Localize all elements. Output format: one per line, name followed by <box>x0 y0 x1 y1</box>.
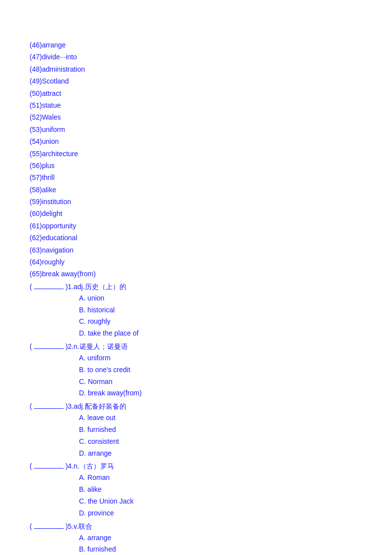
option-item[interactable]: A. leave out <box>79 412 362 424</box>
option-item[interactable]: D. take the place of <box>79 328 362 340</box>
word-item: (55)architecture <box>30 148 362 159</box>
open-paren: ( <box>30 342 32 350</box>
question-header: ()1.adj.历史（上）的 <box>30 283 362 292</box>
word-item: (50)attract <box>30 88 362 99</box>
question-header: ()2.n.诺曼人；诺曼语 <box>30 342 362 351</box>
option-item[interactable]: D. arrange <box>79 448 362 460</box>
option-item[interactable]: B. historical <box>79 304 362 316</box>
word-item: (61)opportunity <box>30 220 362 231</box>
questions-section: ()1.adj.历史（上）的A. unionB. historicalC. ro… <box>30 283 362 555</box>
open-paren: ( <box>30 283 32 291</box>
option-item[interactable]: B. alike <box>79 484 362 496</box>
option-item[interactable]: A. Roman <box>79 472 362 484</box>
answer-blank[interactable] <box>34 408 64 409</box>
question-header: ()5.v.联合 <box>30 522 362 531</box>
open-paren: ( <box>30 462 32 470</box>
word-item: (60)delight <box>30 208 362 219</box>
word-item: (47)divide···into <box>30 51 362 62</box>
question-label: )1.adj.历史（上）的 <box>66 283 126 292</box>
option-item[interactable]: C. the Union Jack <box>79 496 362 508</box>
word-item: (64)roughly <box>30 256 362 267</box>
word-item: (52)Wales <box>30 112 362 123</box>
question-4: ()4.n.（古）罗马A. RomanB. alikeC. the Union … <box>30 462 362 519</box>
question-label: )2.n.诺曼人；诺曼语 <box>66 342 128 351</box>
option-item[interactable]: A. arrange <box>79 532 362 544</box>
word-item: (51)statue <box>30 100 362 111</box>
word-item: (59)institution <box>30 196 362 207</box>
word-item: (49)Scotland <box>30 76 362 86</box>
option-item[interactable]: C. consistent <box>79 436 362 448</box>
question-3: ()3.adj.配备好装备的A. leave outB. furnishedC.… <box>30 402 362 459</box>
option-item[interactable]: B. furnished <box>79 424 362 436</box>
word-list: (46)arrange(47)divide···into(48)administ… <box>30 40 362 280</box>
option-item[interactable]: B. furnished <box>79 544 362 555</box>
answer-blank[interactable] <box>34 289 64 289</box>
option-item[interactable]: B. to one's credit <box>79 364 362 376</box>
word-item: (48)administration <box>30 64 362 75</box>
option-item[interactable]: A. union <box>79 293 362 304</box>
word-item: (65)break away(from) <box>30 268 362 279</box>
option-item[interactable]: C. Norman <box>79 376 362 388</box>
question-1: ()1.adj.历史（上）的A. unionB. historicalC. ro… <box>30 283 362 340</box>
option-item[interactable]: A. uniform <box>79 352 362 364</box>
option-item[interactable]: D. province <box>79 508 362 519</box>
open-paren: ( <box>30 522 32 530</box>
word-item: (46)arrange <box>30 40 362 50</box>
word-item: (62)educational <box>30 232 362 243</box>
answer-blank[interactable] <box>34 468 64 469</box>
question-header: ()3.adj.配备好装备的 <box>30 402 362 411</box>
question-2: ()2.n.诺曼人；诺曼语A. uniformB. to one's credi… <box>30 342 362 399</box>
question-label: )5.v.联合 <box>66 522 92 531</box>
open-paren: ( <box>30 402 32 410</box>
word-item: (56)plus <box>30 160 362 171</box>
question-header: ()4.n.（古）罗马 <box>30 462 362 471</box>
word-item: (53)uniform <box>30 124 362 135</box>
answer-blank[interactable] <box>34 348 64 349</box>
option-item[interactable]: D. break away(from) <box>79 387 362 399</box>
word-item: (63)navigation <box>30 245 362 256</box>
word-item: (54)union <box>30 136 362 147</box>
answer-blank[interactable] <box>34 528 64 529</box>
question-5: ()5.v.联合A. arrangeB. furnishedC. unite <box>30 522 362 555</box>
word-item: (58)alike <box>30 184 362 195</box>
word-item: (57)thrill <box>30 172 362 183</box>
question-label: )4.n.（古）罗马 <box>66 462 114 471</box>
option-item[interactable]: C. roughly <box>79 316 362 328</box>
question-label: )3.adj.配备好装备的 <box>66 402 126 411</box>
